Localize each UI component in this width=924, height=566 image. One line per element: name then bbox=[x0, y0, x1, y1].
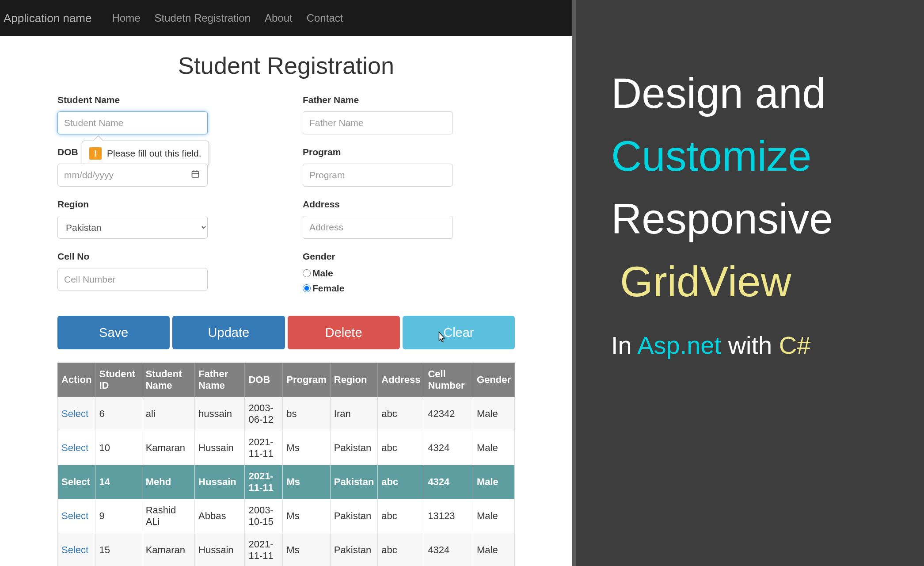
page-title: Student Registration bbox=[57, 52, 515, 79]
address-label: Address bbox=[303, 199, 453, 210]
cellno-group: Cell No bbox=[57, 251, 208, 298]
nav-contact[interactable]: Contact bbox=[307, 12, 343, 24]
gender-female-option[interactable]: Female bbox=[303, 283, 453, 294]
region-select[interactable]: Pakistan bbox=[57, 216, 208, 239]
promo-line-3: Responsive bbox=[611, 187, 889, 250]
navbar: Application name Home Studetn Registrati… bbox=[0, 0, 572, 36]
father-name-label: Father Name bbox=[303, 95, 453, 105]
col-gender: Gender bbox=[473, 363, 514, 397]
cellno-input[interactable] bbox=[57, 268, 208, 291]
select-link[interactable]: Select bbox=[61, 408, 88, 419]
select-link[interactable]: Select bbox=[61, 510, 88, 521]
dob-input[interactable] bbox=[57, 164, 208, 187]
delete-button[interactable]: Delete bbox=[288, 316, 400, 349]
promo-line-1: Design and bbox=[611, 62, 889, 125]
student-name-label: Student Name bbox=[57, 95, 208, 105]
nav-about[interactable]: About bbox=[265, 12, 293, 24]
gender-male-option[interactable]: Male bbox=[303, 268, 453, 279]
select-link[interactable]: Select bbox=[61, 476, 90, 487]
address-input[interactable] bbox=[303, 216, 453, 239]
save-button[interactable]: Save bbox=[57, 316, 170, 349]
region-label: Region bbox=[57, 199, 208, 210]
col-action: Action bbox=[58, 363, 95, 397]
table-row[interactable]: Select10KamaranHussain2021-11-11MsPakist… bbox=[58, 431, 515, 465]
dob-label: DOB bbox=[57, 147, 208, 157]
gender-group: Gender Male Female bbox=[303, 251, 453, 298]
col-student-id: Student ID bbox=[95, 363, 142, 397]
program-label: Program bbox=[303, 147, 453, 157]
clear-button[interactable]: Clear bbox=[403, 316, 515, 349]
program-group: Program bbox=[303, 147, 453, 187]
cellno-label: Cell No bbox=[57, 251, 208, 262]
col-region: Region bbox=[330, 363, 378, 397]
promo-subtitle: In Asp.net with C# bbox=[611, 331, 889, 359]
address-group: Address bbox=[303, 199, 453, 239]
father-name-group: Father Name bbox=[303, 95, 453, 134]
table-row[interactable]: Select14MehdHussain2021-11-11MsPakistana… bbox=[58, 465, 515, 499]
nav-home[interactable]: Home bbox=[112, 12, 140, 24]
col-address: Address bbox=[378, 363, 424, 397]
gender-male-radio[interactable] bbox=[303, 269, 311, 277]
app-brand: Application name bbox=[4, 11, 91, 25]
app-panel: Application name Home Studetn Registrati… bbox=[0, 0, 572, 566]
select-link[interactable]: Select bbox=[61, 544, 88, 555]
dob-group: DOB bbox=[57, 147, 208, 187]
father-name-input[interactable] bbox=[303, 111, 453, 134]
gridview-header-row: Action Student ID Student Name Father Na… bbox=[58, 363, 515, 397]
region-group: Region Pakistan bbox=[57, 199, 208, 239]
select-link[interactable]: Select bbox=[61, 442, 88, 453]
promo-line-2: Customize bbox=[611, 125, 889, 187]
gender-female-radio[interactable] bbox=[303, 284, 311, 292]
student-name-group: Student Name ! Please fill out this fiel… bbox=[57, 95, 208, 134]
col-student-name: Student Name bbox=[142, 363, 194, 397]
table-row[interactable]: Select15KamaranHussain2021-11-11MsPakist… bbox=[58, 533, 515, 566]
gridview-table: Action Student ID Student Name Father Na… bbox=[57, 363, 515, 566]
update-button[interactable]: Update bbox=[172, 316, 285, 349]
promo-panel: Design and Customize Responsive GridView… bbox=[572, 0, 924, 566]
promo-line-4: GridView bbox=[611, 250, 889, 313]
button-row: Save Update Delete Clear bbox=[57, 316, 515, 349]
table-row[interactable]: Select6alihussain2003-06-12bsIranabc4234… bbox=[58, 397, 515, 431]
col-father-name: Father Name bbox=[195, 363, 245, 397]
col-program: Program bbox=[283, 363, 330, 397]
table-row[interactable]: Select9Rashid ALiAbbas2003-10-15MsPakist… bbox=[58, 499, 515, 533]
program-input[interactable] bbox=[303, 164, 453, 187]
gender-label: Gender bbox=[303, 251, 453, 262]
col-dob: DOB bbox=[245, 363, 283, 397]
student-name-input[interactable] bbox=[57, 111, 208, 134]
col-cell-number: Cell Number bbox=[424, 363, 473, 397]
nav-student-registration[interactable]: Studetn Registration bbox=[155, 12, 251, 24]
